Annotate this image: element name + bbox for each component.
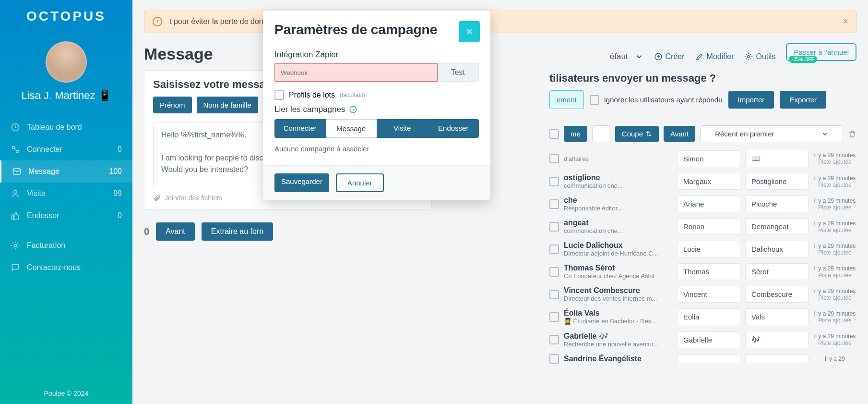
seg-connect[interactable]: Connecter bbox=[274, 119, 326, 138]
seg-message[interactable]: Message bbox=[326, 119, 377, 138]
batch-profiles-row[interactable]: Profils de lots (facultatif) bbox=[274, 90, 479, 100]
seg-endorse[interactable]: Endosser bbox=[428, 119, 479, 138]
modal-close[interactable]: ✕ bbox=[459, 21, 480, 42]
cancel-button[interactable]: Annuler bbox=[336, 173, 384, 192]
batch-label: Profils de lots bbox=[289, 91, 335, 99]
modal-title: Paramètres de campagne bbox=[274, 22, 437, 37]
link-campaigns-label: Lier les campagnes bbox=[274, 105, 479, 114]
seg-visit[interactable]: Visite bbox=[377, 119, 428, 138]
campaign-settings-modal: ✕ Paramètres de campagne Intégration Zap… bbox=[263, 11, 490, 200]
optional-label: (facultatif) bbox=[340, 92, 365, 98]
webhook-input[interactable] bbox=[274, 63, 438, 82]
checkbox-icon[interactable] bbox=[274, 90, 284, 100]
no-campaign-text: Aucune campagne à associer bbox=[274, 145, 479, 153]
save-button[interactable]: Sauvegarder bbox=[274, 173, 329, 192]
info-icon[interactable] bbox=[349, 105, 357, 114]
test-button[interactable]: Test bbox=[438, 63, 479, 82]
link-segments: Connecter Message Visite Endosser bbox=[274, 119, 479, 138]
zapier-label: Intégration Zapier bbox=[274, 50, 479, 60]
